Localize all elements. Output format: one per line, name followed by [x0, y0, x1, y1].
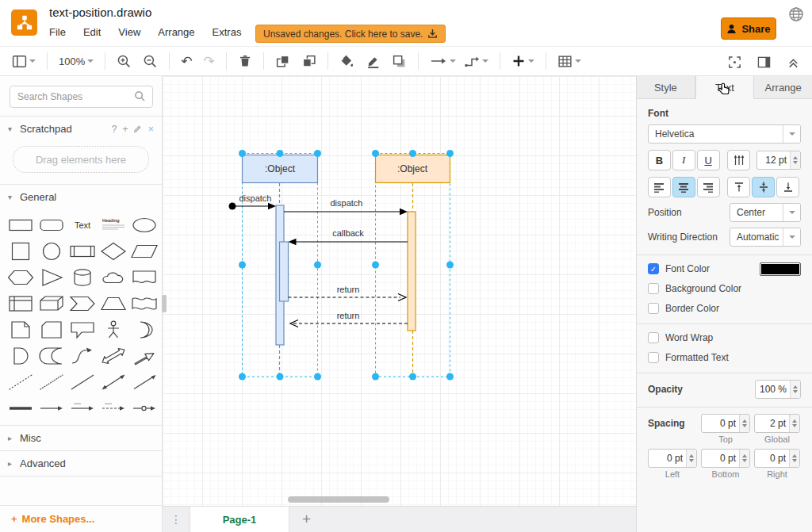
- shape-cloud[interactable]: [98, 265, 128, 289]
- shape-dashed-line[interactable]: [5, 369, 36, 394]
- position-select[interactable]: Center: [730, 203, 801, 222]
- spacing-left-spinner[interactable]: 0 pt: [648, 449, 697, 468]
- shape-arrow-edge[interactable]: [36, 396, 67, 420]
- shape-connector-waypoint[interactable]: [128, 396, 159, 420]
- border-color-checkbox[interactable]: [648, 303, 659, 314]
- shape-process[interactable]: [67, 239, 98, 263]
- shape-bidirectional-connector[interactable]: [98, 369, 128, 394]
- misc-section-header[interactable]: ▸ Misc: [0, 426, 162, 450]
- fill-color-button[interactable]: [335, 52, 358, 71]
- general-section-header[interactable]: ▾ General: [0, 185, 162, 209]
- tab-arrange[interactable]: Arrange: [754, 76, 812, 98]
- message-start-dot[interactable]: [229, 203, 236, 210]
- bold-button[interactable]: B: [648, 150, 671, 170]
- scratchpad-help-icon[interactable]: ?: [112, 124, 117, 135]
- shape-arrow[interactable]: [128, 343, 159, 368]
- pages-menu-icon[interactable]: ⋮: [163, 513, 190, 526]
- table-button[interactable]: [553, 52, 585, 71]
- to-front-button[interactable]: [271, 52, 294, 71]
- delete-button[interactable]: [234, 52, 256, 71]
- shape-diamond[interactable]: [98, 239, 128, 263]
- spacing-bottom-spinner[interactable]: 0 pt: [701, 449, 750, 468]
- activation-bar-object1-nested[interactable]: [280, 242, 289, 301]
- spacing-global-spinner[interactable]: 2 pt: [754, 414, 800, 433]
- tab-text[interactable]: Text: [695, 76, 755, 99]
- to-back-button[interactable]: [297, 52, 320, 71]
- undo-button[interactable]: ↶: [177, 52, 196, 71]
- shape-link[interactable]: [5, 396, 36, 420]
- shape-actor[interactable]: [98, 317, 128, 342]
- spacing-right-spinner[interactable]: 0 pt: [754, 449, 800, 468]
- insert-button[interactable]: [508, 52, 538, 71]
- shape-directional-connector[interactable]: [128, 369, 159, 394]
- shape-internal-storage[interactable]: [5, 291, 36, 316]
- menu-view[interactable]: View: [118, 26, 140, 38]
- format-panel-toggle-button[interactable]: [753, 53, 775, 71]
- shape-bidirectional-arrow[interactable]: [98, 343, 128, 368]
- shape-card[interactable]: [36, 317, 67, 342]
- line-color-button[interactable]: [362, 52, 385, 71]
- zoom-out-button[interactable]: [139, 52, 162, 71]
- selection-handles[interactable]: [239, 150, 454, 381]
- font-family-select[interactable]: Helvetica: [648, 124, 801, 144]
- italic-button[interactable]: I: [672, 150, 695, 170]
- shape-or[interactable]: [128, 317, 159, 342]
- stepper-icon[interactable]: [739, 450, 749, 467]
- spacing-top-spinner[interactable]: 0 pt: [701, 414, 750, 433]
- activation-bar-object2[interactable]: [408, 212, 416, 331]
- align-left-button[interactable]: [648, 177, 671, 197]
- shape-dotted-line[interactable]: [36, 369, 67, 394]
- shape-tape[interactable]: [128, 291, 159, 316]
- shape-cylinder[interactable]: [67, 265, 98, 289]
- shape-cube[interactable]: [36, 291, 67, 316]
- waypoint-style-button[interactable]: [460, 52, 492, 71]
- share-button[interactable]: Share: [721, 17, 776, 40]
- drawing-canvas[interactable]: :Object :Object: [163, 76, 636, 506]
- shape-callout[interactable]: [67, 317, 98, 342]
- formatted-text-checkbox[interactable]: [648, 352, 659, 363]
- search-shapes-input[interactable]: [10, 86, 153, 108]
- scratchpad-section-header[interactable]: ▾ Scratchpad ? + ×: [0, 117, 162, 141]
- valign-top-button[interactable]: [727, 177, 750, 197]
- zoom-level-dropdown[interactable]: 100%: [55, 53, 98, 70]
- shape-rectangle[interactable]: [5, 212, 36, 237]
- shape-line[interactable]: [67, 369, 98, 394]
- stepper-icon[interactable]: [789, 450, 799, 467]
- shape-hexagon[interactable]: [5, 265, 36, 289]
- menu-file[interactable]: File: [49, 26, 66, 38]
- stepper-icon[interactable]: [789, 415, 799, 432]
- tab-style[interactable]: Style: [637, 76, 695, 98]
- background-color-checkbox[interactable]: [648, 283, 659, 294]
- shape-step[interactable]: [67, 291, 98, 316]
- opacity-spinner[interactable]: 100 %: [755, 380, 801, 399]
- page-tab[interactable]: Page-1: [190, 507, 289, 532]
- font-color-swatch[interactable]: [760, 262, 801, 276]
- stepper-icon[interactable]: [739, 415, 749, 432]
- menu-arrange[interactable]: Arrange: [158, 26, 194, 38]
- scratchpad-dropzone[interactable]: Drag elements here: [13, 146, 149, 173]
- shape-textbox[interactable]: Heading: [98, 212, 128, 237]
- shape-labeled-dashed-arrow[interactable]: [98, 396, 128, 420]
- add-page-button[interactable]: +: [289, 511, 324, 528]
- underline-button[interactable]: U: [697, 150, 720, 170]
- language-globe-icon[interactable]: [788, 6, 804, 22]
- font-color-checkbox[interactable]: ✓: [648, 263, 659, 274]
- stepper-icon[interactable]: [686, 450, 696, 467]
- sidebar-collapse-handle[interactable]: [162, 295, 167, 312]
- scratchpad-edit-icon[interactable]: [133, 124, 142, 133]
- connection-style-button[interactable]: [426, 52, 460, 71]
- shape-parallelogram[interactable]: [128, 239, 159, 263]
- shape-data-storage[interactable]: [36, 343, 67, 368]
- more-shapes-button[interactable]: + More Shapes...: [0, 505, 162, 532]
- view-panels-button[interactable]: [8, 52, 40, 71]
- shape-triangle[interactable]: [36, 265, 67, 289]
- shape-and[interactable]: [5, 343, 36, 368]
- shape-circle[interactable]: [36, 239, 67, 263]
- unsaved-changes-banner[interactable]: Unsaved changes. Click here to save.: [255, 25, 446, 43]
- align-center-button[interactable]: [672, 177, 695, 197]
- shape-labeled-arrow[interactable]: [67, 396, 98, 420]
- valign-bottom-button[interactable]: [776, 177, 799, 197]
- shape-note[interactable]: [5, 317, 36, 342]
- collapse-toolbar-button[interactable]: [783, 53, 804, 71]
- word-wrap-checkbox[interactable]: [648, 332, 659, 343]
